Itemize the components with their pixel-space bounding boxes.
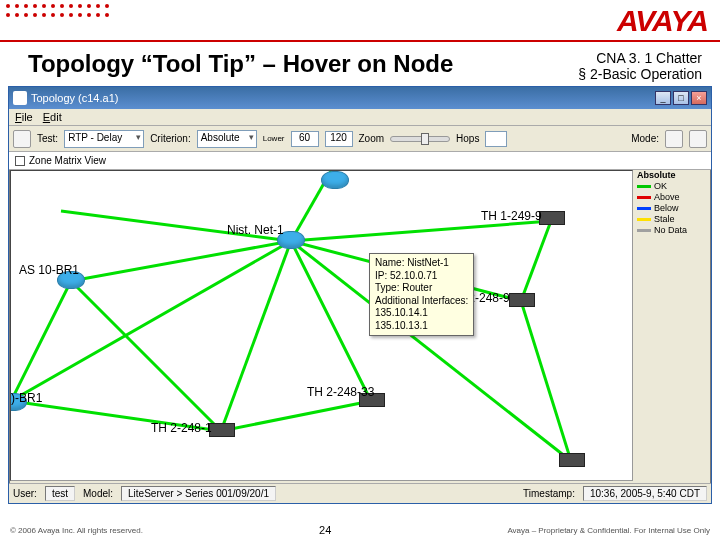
subtitle-line-2: § 2-Basic Operation: [578, 66, 702, 82]
legend-header: Absolute: [637, 170, 676, 180]
status-bar: User: test Model: LiteServer > Series 00…: [9, 483, 711, 503]
device-far[interactable]: [559, 453, 585, 467]
zone-checkbox[interactable]: [15, 156, 25, 166]
window-controls: _ □ ×: [655, 91, 707, 105]
svg-line-2: [291, 221, 551, 241]
confidential: Avaya – Proprietary & Confidential. For …: [507, 526, 710, 535]
label-dbr1: )-BR1: [11, 391, 42, 405]
legend: Absolute OK Above Below Stale No Data: [637, 170, 707, 236]
slide-subtitle: CNA 3. 1 Chatter § 2-Basic Operation: [578, 50, 702, 82]
decorative-dots: [6, 4, 111, 19]
mode-button-2[interactable]: [689, 130, 707, 148]
test-label: Test:: [37, 133, 58, 144]
criterion-label: Criterion:: [150, 133, 191, 144]
label-nistnet: Nist. Net-1: [227, 223, 284, 237]
status-user: test: [45, 486, 75, 501]
refresh-icon[interactable]: [13, 130, 31, 148]
label-th2-248-1: TH 2-248-1: [151, 421, 212, 435]
label-th1: TH 1-249-9: [481, 209, 542, 223]
legend-stale: Stale: [654, 214, 675, 224]
router-top[interactable]: [321, 171, 349, 189]
label-th2-248-33: TH 2-248-33: [307, 385, 374, 399]
toolbar: Test: RTP - Delay Criterion: Absolute Lo…: [9, 126, 711, 152]
status-model: LiteServer > Series 001/09/20/1: [121, 486, 276, 501]
criterion-dropdown[interactable]: Absolute: [197, 130, 257, 148]
zone-strip: Zone Matrix View: [9, 152, 711, 170]
zone-checkbox-label: Zone Matrix View: [29, 155, 106, 166]
subtitle-line-1: CNA 3. 1 Chatter: [578, 50, 702, 66]
page-number: 24: [319, 524, 331, 536]
node-tooltip: Name: NistNet-1 IP: 52.10.0.71 Type: Rou…: [369, 253, 474, 336]
hops-label: Hops: [456, 133, 479, 144]
legend-below: Below: [654, 203, 679, 213]
status-model-label: Model:: [83, 488, 113, 499]
lower-input[interactable]: 60: [291, 131, 319, 147]
slide-header: AVAYA: [0, 0, 720, 42]
svg-line-14: [521, 221, 551, 301]
legend-ok: OK: [654, 181, 667, 191]
title-row: Topology “Tool Tip” – Hover on Node CNA …: [0, 42, 720, 86]
close-button[interactable]: ×: [691, 91, 707, 105]
lower-label: Lower: [263, 135, 285, 143]
window-title: Topology (c14.a1): [31, 92, 118, 104]
menu-edit[interactable]: Edit: [43, 111, 62, 123]
status-ts-label: Timestamp:: [523, 488, 575, 499]
svg-line-7: [291, 241, 371, 401]
window-titlebar[interactable]: Topology (c14.a1) _ □ ×: [9, 87, 711, 109]
slide-footer: © 2006 Avaya Inc. All rights reserved. 2…: [0, 524, 720, 536]
device-th2-248-9[interactable]: [509, 293, 535, 307]
slide-title: Topology “Tool Tip” – Hover on Node: [28, 50, 453, 78]
avaya-logo: AVAYA: [617, 4, 708, 38]
zoom-slider[interactable]: [390, 136, 450, 142]
mode-label: Mode:: [631, 133, 659, 144]
hops-input[interactable]: [485, 131, 507, 147]
copyright: © 2006 Avaya Inc. All rights reserved.: [10, 526, 143, 535]
legend-above: Above: [654, 192, 680, 202]
mode-button-1[interactable]: [665, 130, 683, 148]
zoom-label: Zoom: [359, 133, 385, 144]
divider: [0, 40, 720, 42]
topology-window: Topology (c14.a1) _ □ × File Edit Test: …: [8, 86, 712, 504]
label-as10: AS 10-BR1: [19, 263, 79, 277]
slider-thumb[interactable]: [421, 133, 429, 145]
menu-bar: File Edit: [9, 109, 711, 126]
status-user-label: User:: [13, 488, 37, 499]
svg-line-13: [521, 301, 571, 461]
menu-file[interactable]: File: [15, 111, 33, 123]
window-icon: [13, 91, 27, 105]
svg-line-6: [221, 241, 291, 431]
maximize-button[interactable]: □: [673, 91, 689, 105]
device-th2-248-1[interactable]: [209, 423, 235, 437]
minimize-button[interactable]: _: [655, 91, 671, 105]
status-ts: 10:36, 2005-9, 5:40 CDT: [583, 486, 707, 501]
upper-input[interactable]: 120: [325, 131, 353, 147]
legend-nodata: No Data: [654, 225, 687, 235]
device-th1[interactable]: [539, 211, 565, 225]
svg-line-10: [71, 281, 221, 431]
topology-canvas[interactable]: Nist. Net-1 AS 10-BR1 TH 1-249-9 TH 2-24…: [10, 170, 633, 481]
svg-line-12: [221, 401, 371, 431]
test-dropdown[interactable]: RTP - Delay: [64, 130, 144, 148]
